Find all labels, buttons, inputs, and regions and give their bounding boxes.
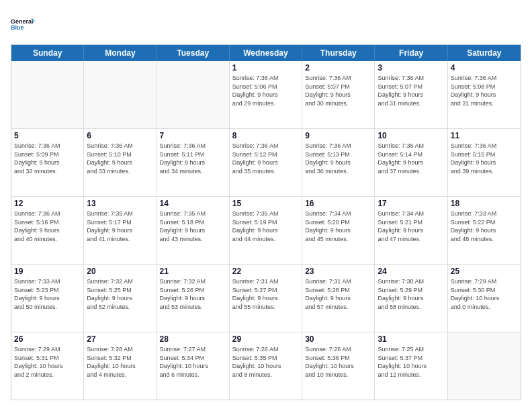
day-number: 16 [305,199,371,208]
calendar-cell: 11Sunrise: 7:36 AM Sunset: 5:15 PM Dayli… [448,129,521,196]
day-number: 21 [160,267,226,276]
day-number: 30 [305,334,371,344]
calendar-body: 1Sunrise: 7:36 AM Sunset: 5:06 PM Daylig… [11,61,521,400]
calendar-week: 19Sunrise: 7:33 AM Sunset: 5:23 PM Dayli… [11,265,521,332]
day-info: Sunrise: 7:36 AM Sunset: 5:08 PM Dayligh… [451,74,518,107]
day-info: Sunrise: 7:31 AM Sunset: 5:27 PM Dayligh… [232,277,299,311]
calendar-cell: 7Sunrise: 7:36 AM Sunset: 5:11 PM Daylig… [157,129,230,196]
svg-text:Blue: Blue [11,24,24,31]
day-number: 20 [87,267,153,276]
calendar-cell: 15Sunrise: 7:35 AM Sunset: 5:19 PM Dayli… [230,197,302,264]
day-number: 14 [160,199,226,208]
day-info: Sunrise: 7:36 AM Sunset: 5:15 PM Dayligh… [451,142,518,175]
calendar-cell: 16Sunrise: 7:34 AM Sunset: 5:20 PM Dayli… [302,197,375,264]
day-number: 5 [14,131,81,140]
calendar-cell [11,61,84,128]
day-info: Sunrise: 7:32 AM Sunset: 5:25 PM Dayligh… [87,277,153,311]
day-number: 15 [232,199,299,208]
calendar-cell: 30Sunrise: 7:26 AM Sunset: 5:36 PM Dayli… [302,332,375,400]
calendar-cell [448,332,521,400]
calendar-week: 12Sunrise: 7:36 AM Sunset: 5:16 PM Dayli… [11,197,521,265]
day-info: Sunrise: 7:30 AM Sunset: 5:29 PM Dayligh… [378,277,444,311]
day-number: 23 [305,267,371,276]
calendar: SundayMondayTuesdayWednesdayThursdayFrid… [11,44,521,400]
day-number: 1 [232,63,299,73]
page: General Blue SundayMondayTuesdayWednesda… [0,0,532,411]
calendar-header-cell: Friday [375,45,447,61]
day-info: Sunrise: 7:36 AM Sunset: 5:13 PM Dayligh… [305,142,371,175]
calendar-cell: 2Sunrise: 7:36 AM Sunset: 5:07 PM Daylig… [302,61,375,128]
day-info: Sunrise: 7:26 AM Sunset: 5:36 PM Dayligh… [305,345,371,379]
calendar-cell: 19Sunrise: 7:33 AM Sunset: 5:23 PM Dayli… [11,265,84,332]
day-number: 24 [378,267,444,276]
calendar-cell: 3Sunrise: 7:36 AM Sunset: 5:07 PM Daylig… [375,61,447,128]
calendar-header: SundayMondayTuesdayWednesdayThursdayFrid… [11,45,521,61]
day-info: Sunrise: 7:34 AM Sunset: 5:20 PM Dayligh… [305,210,371,243]
day-info: Sunrise: 7:26 AM Sunset: 5:35 PM Dayligh… [232,345,299,379]
day-info: Sunrise: 7:35 AM Sunset: 5:18 PM Dayligh… [160,210,226,243]
calendar-cell: 6Sunrise: 7:36 AM Sunset: 5:10 PM Daylig… [84,129,157,196]
day-info: Sunrise: 7:35 AM Sunset: 5:19 PM Dayligh… [232,210,299,243]
day-number: 31 [378,334,444,344]
day-info: Sunrise: 7:25 AM Sunset: 5:37 PM Dayligh… [378,345,444,379]
calendar-cell: 22Sunrise: 7:31 AM Sunset: 5:27 PM Dayli… [230,265,302,332]
calendar-cell: 25Sunrise: 7:29 AM Sunset: 5:30 PM Dayli… [448,265,521,332]
calendar-cell: 23Sunrise: 7:31 AM Sunset: 5:28 PM Dayli… [302,265,375,332]
day-info: Sunrise: 7:28 AM Sunset: 5:32 PM Dayligh… [87,345,153,379]
day-info: Sunrise: 7:29 AM Sunset: 5:31 PM Dayligh… [14,345,81,379]
calendar-header-cell: Wednesday [230,45,302,61]
calendar-cell: 24Sunrise: 7:30 AM Sunset: 5:29 PM Dayli… [375,265,447,332]
day-number: 17 [378,199,444,208]
calendar-header-cell: Monday [84,45,157,61]
calendar-cell: 31Sunrise: 7:25 AM Sunset: 5:37 PM Dayli… [375,332,447,400]
day-info: Sunrise: 7:36 AM Sunset: 5:07 PM Dayligh… [305,74,371,107]
logo: General Blue [11,11,38,38]
calendar-cell: 12Sunrise: 7:36 AM Sunset: 5:16 PM Dayli… [11,197,84,264]
day-number: 22 [232,267,299,276]
calendar-cell: 13Sunrise: 7:35 AM Sunset: 5:17 PM Dayli… [84,197,157,264]
logo-svg: General Blue [11,11,38,38]
day-info: Sunrise: 7:29 AM Sunset: 5:30 PM Dayligh… [451,277,518,311]
day-number: 12 [14,199,81,208]
calendar-week: 26Sunrise: 7:29 AM Sunset: 5:31 PM Dayli… [11,332,521,400]
calendar-header-cell: Thursday [302,45,375,61]
day-number: 11 [451,131,518,140]
day-number: 10 [378,131,444,140]
header: General Blue [11,11,521,38]
calendar-cell: 17Sunrise: 7:34 AM Sunset: 5:21 PM Dayli… [375,197,447,264]
day-number: 8 [232,131,299,140]
day-info: Sunrise: 7:36 AM Sunset: 5:10 PM Dayligh… [87,142,153,175]
day-number: 7 [160,131,226,140]
day-number: 18 [451,199,518,208]
calendar-week: 5Sunrise: 7:36 AM Sunset: 5:09 PM Daylig… [11,129,521,197]
calendar-cell: 21Sunrise: 7:32 AM Sunset: 5:26 PM Dayli… [157,265,230,332]
calendar-cell: 4Sunrise: 7:36 AM Sunset: 5:08 PM Daylig… [448,61,521,128]
day-info: Sunrise: 7:36 AM Sunset: 5:09 PM Dayligh… [14,142,81,175]
calendar-cell: 26Sunrise: 7:29 AM Sunset: 5:31 PM Dayli… [11,332,84,400]
calendar-cell: 20Sunrise: 7:32 AM Sunset: 5:25 PM Dayli… [84,265,157,332]
calendar-cell: 29Sunrise: 7:26 AM Sunset: 5:35 PM Dayli… [230,332,302,400]
day-number: 2 [305,63,371,73]
calendar-week: 1Sunrise: 7:36 AM Sunset: 5:06 PM Daylig… [11,61,521,129]
calendar-cell: 8Sunrise: 7:36 AM Sunset: 5:12 PM Daylig… [230,129,302,196]
day-info: Sunrise: 7:36 AM Sunset: 5:12 PM Dayligh… [232,142,299,175]
calendar-cell: 14Sunrise: 7:35 AM Sunset: 5:18 PM Dayli… [157,197,230,264]
day-info: Sunrise: 7:32 AM Sunset: 5:26 PM Dayligh… [160,277,226,311]
day-info: Sunrise: 7:33 AM Sunset: 5:23 PM Dayligh… [14,277,81,311]
day-number: 3 [378,63,444,73]
day-info: Sunrise: 7:36 AM Sunset: 5:07 PM Dayligh… [378,74,444,107]
calendar-header-cell: Sunday [11,45,84,61]
calendar-cell: 27Sunrise: 7:28 AM Sunset: 5:32 PM Dayli… [84,332,157,400]
day-number: 4 [451,63,518,73]
calendar-cell: 18Sunrise: 7:33 AM Sunset: 5:22 PM Dayli… [448,197,521,264]
calendar-cell: 1Sunrise: 7:36 AM Sunset: 5:06 PM Daylig… [230,61,302,128]
svg-text:General: General [11,18,34,25]
day-info: Sunrise: 7:36 AM Sunset: 5:06 PM Dayligh… [232,74,299,107]
day-info: Sunrise: 7:34 AM Sunset: 5:21 PM Dayligh… [378,210,444,243]
day-info: Sunrise: 7:36 AM Sunset: 5:11 PM Dayligh… [160,142,226,175]
day-info: Sunrise: 7:27 AM Sunset: 5:34 PM Dayligh… [160,345,226,379]
day-info: Sunrise: 7:33 AM Sunset: 5:22 PM Dayligh… [451,210,518,243]
day-info: Sunrise: 7:36 AM Sunset: 5:16 PM Dayligh… [14,210,81,243]
calendar-cell [157,61,230,128]
calendar-cell [84,61,157,128]
